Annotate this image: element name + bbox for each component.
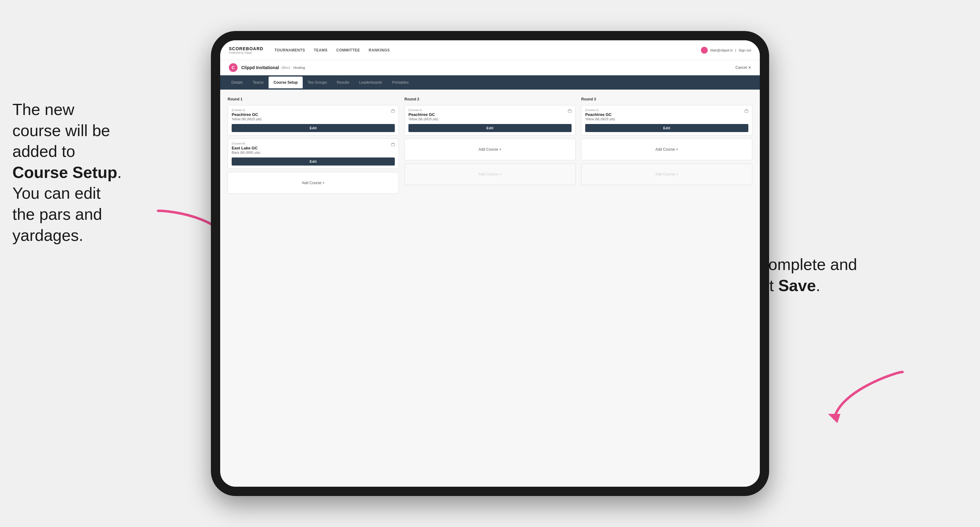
round-3-column: Round 3 (Course A) Peachtree GC Yellow (… [581,97,752,197]
round-3-add-course-disabled-card: Add Course + [581,163,752,185]
round-3-add-course-disabled-label: Add Course + [655,172,678,176]
tab-printables[interactable]: Printables [387,76,414,88]
round-2-add-course-disabled-card: Add Course + [404,163,576,185]
annotation-line1: The new [13,100,74,118]
round-1-course-b-info: Black (M) (6891 yds) [232,151,395,154]
round-2-add-course-label: Add Course + [479,147,501,152]
round-1-course-a-edit-button[interactable]: Edit [232,124,395,132]
round-2-course-a-name: Peachtree GC [409,112,571,117]
round-3-header: Round 3 [581,97,752,102]
tab-tee-groups[interactable]: Tee Groups [303,76,332,88]
hosting-badge: Hosting [293,66,305,70]
round-1-course-b-delete-icon[interactable] [390,142,395,147]
scoreboard-logo: SCOREBOARD Powered by clippd [229,46,263,54]
annotation-line5: You can edit [13,184,100,202]
tournament-name: Clippd Invitational [241,65,279,70]
round-1-add-course-card[interactable]: Add Course + [228,172,399,194]
round-1-course-a-name: Peachtree GC [232,112,395,117]
annotation-line3: added to [13,142,75,160]
round-2-course-a-label: (Course A) [409,108,571,112]
round-1-course-a-label: (Course A) [232,108,395,112]
right-arrow-svg [822,366,909,428]
round-3-course-a-label: (Course A) [585,108,748,112]
round-1-header: Round 1 [228,97,399,102]
user-email: blair@clippd.io [710,48,732,52]
tablet-screen: SCOREBOARD Powered by clippd TOURNAMENTS… [220,40,760,487]
svg-rect-3 [391,143,395,146]
round-3-add-course-label: Add Course + [655,147,678,152]
tab-teams[interactable]: Teams [248,76,269,88]
nav-right: blair@clippd.io | Sign out [701,47,751,54]
round-3-course-a-delete-icon[interactable] [744,108,749,113]
tab-results[interactable]: Results [332,76,354,88]
nav-item-committee[interactable]: COMMITTEE [336,47,360,54]
round-2-add-course-card[interactable]: Add Course + [404,138,576,160]
annotation-right-line2-bold: Save [778,276,816,295]
round-2-add-course-disabled-label: Add Course + [479,172,501,176]
round-2-course-a-card: (Course A) Peachtree GC Yellow (M) (6629… [404,105,576,135]
tab-leaderboards[interactable]: Leaderboards [354,76,387,88]
round-1-course-b-name: East Lake GC [232,146,395,150]
tab-details[interactable]: Details [226,76,248,88]
round-3-add-course-card[interactable]: Add Course + [581,138,752,160]
user-avatar-icon [701,47,708,54]
tablet-frame: SCOREBOARD Powered by clippd TOURNAMENTS… [211,31,769,496]
right-annotation: Complete and hit Save. [757,254,887,296]
annotation-line2: course will be [13,122,110,140]
round-2-course-a-edit-button[interactable]: Edit [409,124,571,132]
round-2-header: Round 2 [404,97,576,102]
svg-marker-1 [828,414,840,423]
round-2-course-a-delete-icon[interactable] [567,108,572,113]
annotation-right-line1: Complete and [757,256,857,273]
sub-header-logo: C [229,63,237,72]
round-1-add-course-label: Add Course + [302,181,325,185]
tournament-division: (Men) [281,66,290,70]
logo-title: SCOREBOARD [229,46,263,51]
round-1-course-b-edit-button[interactable]: Edit [232,157,395,165]
round-1-course-b-label: (Course B) [232,142,395,145]
round-3-course-a-name: Peachtree GC [585,112,748,117]
annotation-right-line2-end: . [816,276,820,295]
round-2-column: Round 2 (Course A) Peachtree GC Yellow (… [404,97,576,197]
annotation-line7: yardages. [13,226,83,244]
top-nav: SCOREBOARD Powered by clippd TOURNAMENTS… [220,40,760,60]
round-1-course-a-info: Yellow (M) (6629 yds) [232,117,395,121]
nav-separator: | [735,48,736,52]
nav-item-tournaments[interactable]: TOURNAMENTS [274,47,305,54]
nav-items: TOURNAMENTS TEAMS COMMITTEE RANKINGS [274,47,701,54]
nav-item-rankings[interactable]: RANKINGS [369,47,390,54]
nav-item-teams[interactable]: TEAMS [314,47,328,54]
cancel-icon: ✕ [748,65,751,70]
annotation-line4-bold: Course Setup [13,163,117,181]
logo-sub: Powered by clippd [229,51,263,54]
svg-rect-2 [391,110,395,113]
round-1-course-a-card: (Course A) Peachtree GC Yellow (M) (6629… [228,105,399,135]
sub-header: C Clippd Invitational (Men) Hosting Canc… [220,60,760,75]
main-content: Round 1 (Course A) Peachtree GC Yellow (… [220,90,760,487]
round-1-course-a-delete-icon[interactable] [390,108,395,113]
round-2-course-a-info: Yellow (M) (6629 yds) [409,117,571,121]
cancel-button[interactable]: Cancel ✕ [735,65,751,70]
cancel-label: Cancel [735,65,747,70]
rounds-grid: Round 1 (Course A) Peachtree GC Yellow (… [228,97,752,197]
svg-rect-4 [568,110,571,113]
round-3-course-a-edit-button[interactable]: Edit [585,124,748,132]
sign-out-link[interactable]: Sign out [739,48,751,52]
round-1-column: Round 1 (Course A) Peachtree GC Yellow (… [228,97,399,197]
logo-letter: C [232,65,235,70]
round-3-course-a-card: (Course A) Peachtree GC Yellow (M) (6629… [581,105,752,135]
tab-course-setup[interactable]: Course Setup [269,76,303,88]
svg-rect-5 [745,110,748,113]
round-1-course-b-card: (Course B) East Lake GC Black (M) (6891 … [228,138,399,169]
annotation-line6: the pars and [13,205,102,223]
round-3-course-a-info: Yellow (M) (6629 yds) [585,117,748,121]
tab-bar: Details Teams Course Setup Tee Groups Re… [220,75,760,90]
